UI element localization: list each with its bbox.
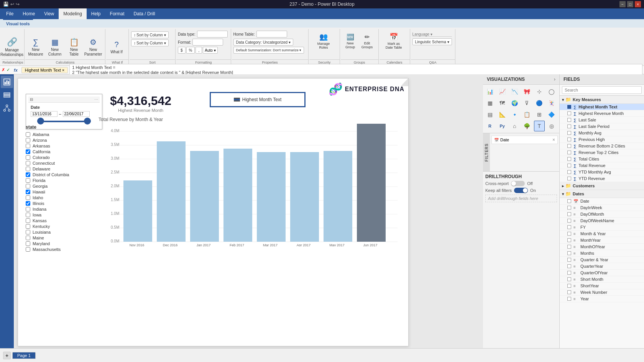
tree-item[interactable]: ≡MonthOfYear: [560, 244, 644, 250]
state-checkbox[interactable]: [26, 138, 30, 143]
tree-item[interactable]: ∑YTD Revenue: [560, 175, 644, 182]
state-checkbox[interactable]: [26, 178, 30, 183]
canvas-resize-handle[interactable]: [401, 79, 408, 86]
state-checkbox[interactable]: [26, 190, 30, 194]
tree-item[interactable]: ∑Last Sale Period: [560, 123, 644, 130]
tab-format[interactable]: Format: [105, 8, 129, 19]
viz-kpi[interactable]: 📐: [497, 109, 508, 120]
new-measure-button[interactable]: ∑ NewMeasure: [27, 35, 44, 59]
tree-item[interactable]: 📅Date: [560, 198, 644, 205]
viz-multirow-card[interactable]: ▤: [485, 109, 495, 120]
keep-filters-toggle[interactable]: [514, 188, 528, 193]
sort-by-column-button[interactable]: ↕ Sort by Column ▾: [131, 31, 169, 38]
tree-item[interactable]: ∑Total Cities: [560, 156, 644, 162]
viz-decomp-tree[interactable]: 🌳: [521, 121, 532, 131]
state-item[interactable]: Maine: [26, 236, 95, 240]
bar-dec2016[interactable]: [157, 141, 186, 242]
highlight-month-card[interactable]: Highest Month Text: [210, 92, 306, 107]
bar-feb2017[interactable]: [223, 149, 252, 242]
tab-home[interactable]: Home: [18, 8, 39, 19]
slicer-left-handle[interactable]: [37, 118, 44, 124]
tree-item[interactable]: ≡QuarterYear: [560, 263, 644, 270]
bar-mar2017[interactable]: [257, 152, 286, 242]
tree-item[interactable]: ∑Last Sale: [560, 117, 644, 123]
state-checkbox[interactable]: [26, 247, 30, 252]
state-item[interactable]: Arkansas: [26, 144, 95, 148]
viz-pie[interactable]: ◯: [546, 86, 557, 97]
measure-name-box[interactable]: Highest Month Text ×: [21, 67, 68, 73]
viz-stacked-bar[interactable]: 📊: [485, 86, 495, 97]
state-checkbox[interactable]: [26, 132, 30, 137]
tree-item[interactable]: ∑Revenue Top 2 Cities: [560, 149, 644, 156]
tree-item[interactable]: ∑Highest Month Text: [560, 104, 644, 110]
data-category-button[interactable]: Data Category: Uncategorized ▾: [233, 39, 293, 46]
formula-cancel[interactable]: ✗: [2, 67, 5, 72]
bar-may2017[interactable]: [324, 151, 352, 242]
state-item[interactable]: Indiana: [26, 207, 95, 211]
home-table-dropdown[interactable]: [256, 31, 287, 38]
state-item[interactable]: Hawaii: [26, 190, 95, 194]
viz-shape[interactable]: ◎: [546, 121, 557, 131]
bar-jun2017[interactable]: [357, 124, 386, 242]
state-checkbox[interactable]: [26, 213, 30, 217]
tab-modeling[interactable]: Modeling: [59, 8, 87, 19]
tree-item[interactable]: ≡QuarterOfYear: [560, 270, 644, 276]
date-to-input[interactable]: [63, 111, 90, 117]
format-dropdown[interactable]: [192, 39, 223, 46]
auto-dropdown[interactable]: Auto ▾: [203, 47, 217, 54]
state-item[interactable]: Idaho: [26, 195, 95, 200]
state-checkbox[interactable]: [26, 167, 30, 171]
viz-treemap[interactable]: ▦: [485, 98, 495, 108]
state-checkbox[interactable]: [26, 155, 30, 160]
tree-item[interactable]: ∑Total Revenue: [560, 162, 644, 169]
percent-button[interactable]: %: [186, 47, 195, 54]
tab-data-drill[interactable]: Data / Drill: [129, 8, 160, 19]
bar-apr2017[interactable]: [290, 152, 319, 242]
state-item[interactable]: Arizona: [26, 138, 95, 143]
viz-card[interactable]: 🃏: [546, 98, 557, 108]
quick-access-redo[interactable]: ↪: [16, 2, 20, 7]
minimize-button[interactable]: −: [619, 1, 626, 7]
state-item[interactable]: Maryland: [26, 241, 95, 246]
viz-azure-map[interactable]: ⌂: [509, 121, 520, 131]
tab-view[interactable]: View: [39, 8, 59, 19]
cross-report-toggle[interactable]: [511, 181, 525, 186]
tree-item[interactable]: ≡ShortYear: [560, 283, 644, 289]
state-checkbox[interactable]: [26, 218, 30, 223]
viz-r-script[interactable]: R: [485, 121, 495, 131]
quick-access-undo[interactable]: ↩: [10, 2, 14, 7]
formula-confirm[interactable]: ✓: [7, 67, 10, 72]
new-table-button[interactable]: 📋 NewTable: [65, 35, 83, 59]
viz-area[interactable]: 📉: [509, 86, 520, 97]
state-checkbox[interactable]: [26, 241, 30, 246]
filter-date-close[interactable]: ×: [552, 137, 555, 143]
viz-text-box[interactable]: T: [534, 121, 545, 131]
state-checkbox[interactable]: [26, 201, 30, 206]
state-item[interactable]: Louisiana: [26, 230, 95, 234]
data-type-dropdown[interactable]: [197, 31, 228, 38]
state-checkbox[interactable]: [26, 236, 30, 240]
state-item[interactable]: Iowa: [26, 213, 95, 217]
manage-roles-button[interactable]: 👥 ManageRoles: [312, 31, 335, 51]
sort-by-column2-button[interactable]: ↕ Sort by Column ▾: [131, 39, 169, 46]
viz-filled-map[interactable]: 🌍: [509, 98, 520, 108]
tree-item[interactable]: ≡FY: [560, 224, 644, 231]
state-item[interactable]: Kentucky: [26, 224, 95, 229]
tree-item[interactable]: ∑Highest Revenue Month: [560, 110, 644, 117]
default-summarization-button[interactable]: Default Summarization: Don't summarize ▾: [233, 47, 304, 54]
date-from-input[interactable]: [31, 111, 58, 117]
tree-item[interactable]: ≡MonthYear: [560, 237, 644, 244]
state-item[interactable]: Illinois: [26, 201, 95, 206]
new-column-button[interactable]: ▦ NewColumn: [46, 35, 64, 59]
state-checkbox[interactable]: [26, 230, 30, 234]
add-page-button[interactable]: +: [3, 352, 11, 359]
viz-panel-expand[interactable]: ›: [554, 77, 555, 82]
what-if-button[interactable]: ? What If: [108, 35, 125, 59]
state-item[interactable]: Florida: [26, 178, 95, 183]
tree-group-header[interactable]: ▾📁Dates: [560, 190, 644, 198]
bar-nov2016[interactable]: [123, 180, 152, 242]
viz-slicer[interactable]: 🔹: [509, 109, 520, 120]
state-item[interactable]: Connecticut: [26, 161, 95, 165]
page-tab-1[interactable]: Page 1: [12, 352, 36, 359]
tree-item[interactable]: ∑Revenue Bottom 2 Cities: [560, 143, 644, 149]
